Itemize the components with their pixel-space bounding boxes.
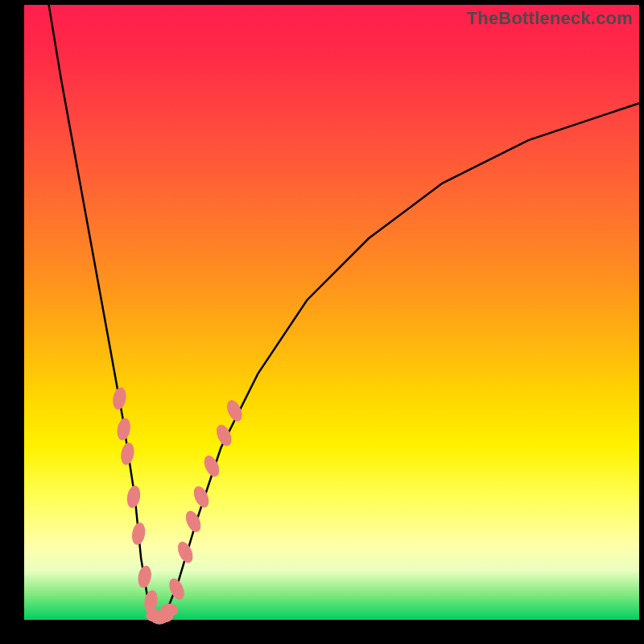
bead-marker [119, 442, 136, 466]
bead-marker [115, 417, 132, 441]
bead-marker [130, 522, 147, 546]
plot-area: TheBottleneck.com [24, 5, 639, 620]
bead-marker [175, 539, 196, 565]
bead-marker [224, 398, 245, 423]
outer-frame: TheBottleneck.com [0, 0, 644, 644]
bead-markers [111, 386, 245, 625]
bead-marker [111, 386, 128, 411]
bead-marker [160, 604, 178, 617]
bead-marker [166, 576, 187, 602]
bead-marker [126, 485, 142, 509]
chart-svg [24, 5, 639, 620]
bead-marker [201, 453, 222, 479]
bead-marker [136, 564, 153, 588]
bead-marker [183, 509, 204, 535]
